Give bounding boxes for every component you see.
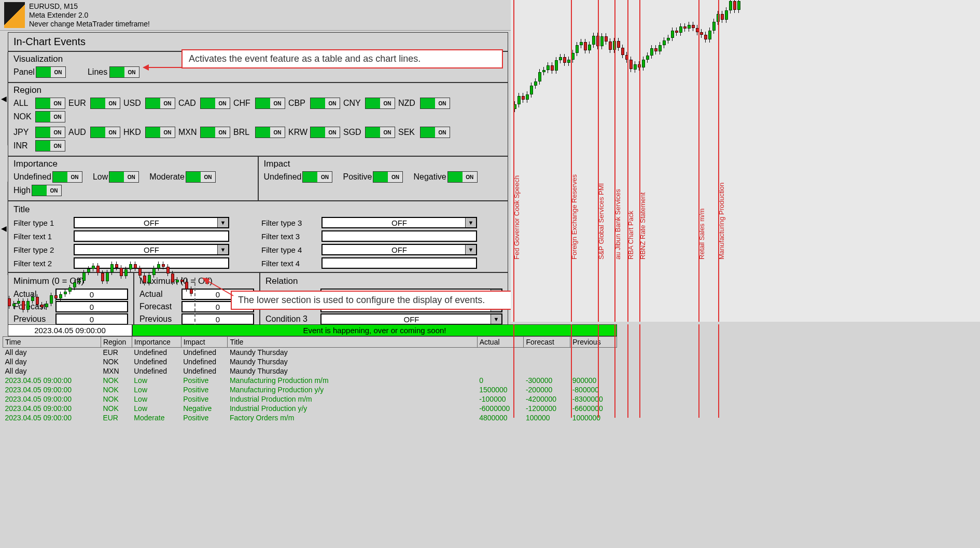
svg-marker-3 [202, 278, 209, 285]
event-status-banner: Event is happening, over or coming soon! [132, 324, 617, 336]
col-importance[interactable]: Importance [132, 337, 181, 348]
time-display: 2023.04.05 09:00:00 [8, 324, 132, 336]
events-table: TimeRegionImportanceImpactTitleActualFor… [3, 336, 617, 422]
region-sek-toggle[interactable]: ON [420, 127, 450, 138]
region-usd-toggle[interactable]: ON [145, 98, 175, 109]
svg-marker-1 [143, 64, 149, 71]
region-nzd-toggle[interactable]: ON [420, 98, 450, 109]
region-section: Region ALL ONEUR ONUSD ONCAD ONCHF ONCBP… [8, 83, 508, 157]
table-row[interactable]: 2023.04.05 09:00:00NOKLowPositiveManufac… [3, 376, 617, 385]
filter-type-2-label: Filter type 2 [13, 245, 71, 254]
region-sgd-toggle[interactable]: ON [365, 127, 395, 138]
app-logo-icon [4, 2, 25, 28]
region-cad-toggle[interactable]: ON [200, 98, 230, 109]
filter-type-2-select[interactable]: OFF [74, 244, 229, 255]
region-brl-label: BRL [233, 128, 254, 137]
event-line-label: RBA Chart Pack [627, 211, 635, 259]
col-time[interactable]: Time [3, 337, 101, 348]
region-aud-toggle[interactable]: ON [90, 127, 120, 138]
importance-low-label: Low [93, 172, 108, 182]
event-line-label: S&P Global Services PMI [597, 183, 605, 259]
col-title[interactable]: Title [228, 337, 477, 348]
table-row[interactable]: All dayMXNUndefinedUndefinedMaundy Thurs… [3, 366, 617, 376]
title-filter-section: Title Filter type 1 OFF Filter type 3 OF… [8, 201, 508, 273]
importance-moderate-toggle[interactable]: ON [186, 171, 216, 183]
filter-text-2-label: Filter text 2 [13, 259, 71, 268]
collapse-arrow-2[interactable]: ◀ [0, 182, 8, 275]
table-row[interactable]: 2023.04.05 09:00:00EURModeratePositiveFa… [3, 413, 617, 422]
region-all-toggle[interactable]: ON [35, 98, 65, 109]
region-mxn-label: MXN [178, 128, 199, 137]
table-row[interactable]: All dayNOKUndefinedUndefinedMaundy Thurs… [3, 357, 617, 366]
filter-text-1-label: Filter text 1 [13, 232, 71, 241]
region-sek-label: SEK [398, 128, 419, 137]
region-hkd-label: HKD [123, 128, 144, 137]
col-region[interactable]: Region [101, 337, 132, 348]
panel-toggle-label: Panel [13, 67, 35, 77]
region-cny-label: CNY [343, 99, 364, 108]
col-previous[interactable]: Previous [570, 337, 617, 348]
impact-undefined-toggle[interactable]: ON [302, 171, 332, 183]
filter-type-3-label: Filter type 3 [261, 218, 318, 227]
filter-text-1-input[interactable] [74, 230, 229, 242]
impact-undefined-label: Undefined [264, 172, 302, 182]
lines-toggle-label: Lines [88, 67, 108, 77]
filter-type-1-label: Filter type 1 [13, 218, 71, 227]
impact-positive-toggle[interactable]: ON [373, 171, 403, 183]
importance-section: Importance Undefined ONLow ONModerate ON… [8, 157, 259, 200]
region-chf-toggle[interactable]: ON [255, 98, 285, 109]
region-cad-label: CAD [178, 99, 199, 108]
impact-label: Impact [264, 159, 503, 169]
region-jpy-toggle[interactable]: ON [35, 127, 65, 138]
annotation-arrow-icon [202, 278, 239, 298]
price-chart[interactable]: Fed Governor Cook SpeechForeign Exchange… [511, 0, 980, 322]
lines-toggle[interactable]: ON [109, 66, 139, 78]
importance-high-toggle[interactable]: ON [32, 185, 62, 196]
col-forecast[interactable]: Forecast [524, 337, 570, 348]
table-row[interactable]: 2023.04.05 09:00:00NOKLowPositiveIndustr… [3, 394, 617, 404]
region-cny-toggle[interactable]: ON [365, 98, 395, 109]
warning-text: Never change MetaTrader timeframe! [29, 20, 150, 29]
col-actual[interactable]: Actual [477, 337, 524, 348]
panel-toggle[interactable]: ON [36, 66, 66, 78]
region-hkd-toggle[interactable]: ON [145, 127, 175, 138]
condition-3-select[interactable]: OFF [320, 313, 502, 325]
importance-low-toggle[interactable]: ON [109, 171, 139, 183]
event-line-label: Fed Governor Cook Speech [513, 175, 521, 259]
region-krw-toggle[interactable]: ON [310, 127, 340, 138]
region-nzd-label: NZD [398, 99, 419, 108]
time-marker-line [194, 278, 195, 327]
region-krw-label: KRW [288, 128, 309, 137]
event-line [598, 0, 599, 322]
filter-type-1-select[interactable]: OFF [74, 217, 229, 228]
event-line-label: Foreign Exchange Reserves [570, 174, 578, 259]
filter-text-4-input[interactable] [321, 257, 477, 269]
region-sgd-label: SGD [343, 128, 364, 137]
region-inr-label: INR [13, 141, 34, 150]
impact-negative-toggle[interactable]: ON [447, 171, 478, 183]
table-row[interactable]: All dayEURUndefinedUndefinedMaundy Thurs… [3, 348, 617, 358]
collapse-arrow-1[interactable]: ◀ [0, 52, 8, 145]
filter-type-4-select[interactable]: OFF [321, 244, 477, 255]
filter-text-3-input[interactable] [321, 230, 477, 242]
region-aud-label: AUD [68, 128, 89, 137]
region-mxn-toggle[interactable]: ON [200, 127, 230, 138]
region-inr-toggle[interactable]: ON [35, 140, 65, 152]
filter-type-3-select[interactable]: OFF [321, 217, 477, 228]
table-row[interactable]: 2023.04.05 09:00:00NOKLowPositiveManufac… [3, 385, 617, 394]
region-nok-toggle[interactable]: ON [35, 111, 65, 122]
filter-type-4-label: Filter type 4 [261, 245, 318, 254]
region-cbp-label: CBP [288, 99, 309, 108]
filter-text-4-label: Filter text 4 [261, 259, 318, 268]
region-eur-toggle[interactable]: ON [90, 98, 120, 109]
impact-negative-label: Negative [413, 172, 446, 182]
event-line [639, 0, 640, 322]
importance-undefined-toggle[interactable]: ON [52, 171, 82, 183]
impact-section: Impact Undefined ONPositive ONNegative O… [259, 157, 508, 200]
event-line [718, 0, 719, 322]
table-row[interactable]: 2023.04.05 09:00:00NOKLowNegativeIndustr… [3, 404, 617, 413]
impact-positive-label: Positive [343, 172, 372, 182]
region-brl-toggle[interactable]: ON [255, 127, 285, 138]
col-impact[interactable]: Impact [181, 337, 228, 348]
region-cbp-toggle[interactable]: ON [310, 98, 340, 109]
